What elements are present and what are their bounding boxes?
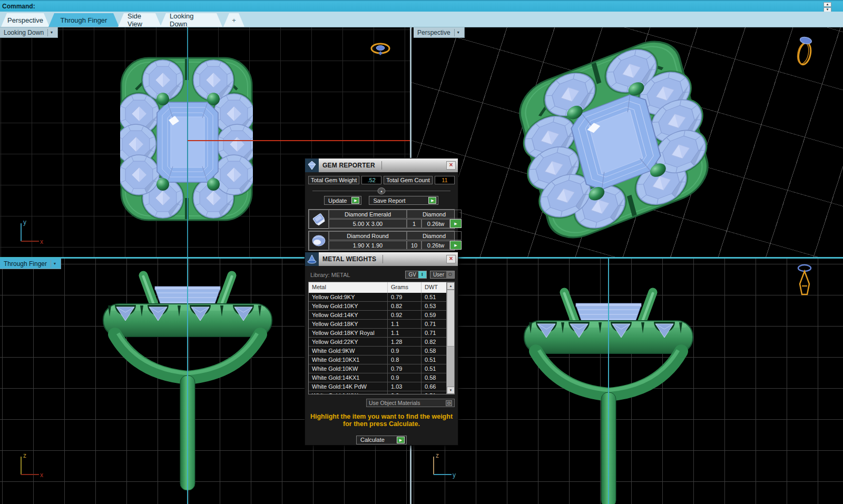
metal-table-header: Metal Grams DWT: [309, 282, 454, 293]
table-scrollbar[interactable]: ▲ ▼: [446, 282, 454, 394]
save-report-button[interactable]: Save Report ▶: [369, 196, 438, 205]
viewport-label-through-finger[interactable]: Through Finger ▼: [0, 259, 61, 269]
tab-through-finger[interactable]: Through Finger: [48, 13, 119, 27]
use-object-materials-toggle[interactable]: Use Object Materials O: [366, 399, 455, 407]
gem-size: 5.00 X 3.00: [329, 219, 407, 228]
column-grams: Grams: [388, 282, 422, 293]
axis-indicator-bottom-left: z x: [15, 450, 46, 480]
gem-reporter-panel: GEM REPORTER × Total Gem Weight .52 Tota…: [305, 158, 458, 252]
viewport-side[interactable]: z y: [411, 259, 843, 504]
total-gem-count-value: 11: [435, 176, 455, 184]
application-window: Command: ▲ ▼ Perspective Through Finger …: [0, 0, 843, 504]
viewport-label-perspective[interactable]: Perspective ▼: [414, 27, 465, 38]
metal-table-rows: Yellow Gold:9KY0.790.51 Yellow Gold:10KY…: [309, 293, 454, 394]
scroll-down-icon[interactable]: ▼: [447, 387, 455, 394]
viewport-tab-strip: Perspective Through Finger Side View Loo…: [0, 12, 843, 27]
axis-indicator-top-left: y x: [15, 217, 46, 246]
axis-indicator-bottom-right: z y: [427, 450, 459, 480]
ring-head-perspective-view: [411, 27, 843, 257]
tab-side-view[interactable]: Side View: [118, 13, 161, 27]
gem-row-play-button[interactable]: ▶: [450, 241, 462, 250]
svg-text:y: y: [453, 471, 456, 479]
library-label: Library: METAL: [310, 272, 350, 278]
calculate-play-icon: ▶: [397, 437, 405, 443]
metal-weights-panel: METAL WEIGHTS × Library: METAL GV I User…: [305, 252, 458, 446]
gem-size: 1.90 X 1.90: [329, 241, 407, 250]
ring-rail-icon-side: [795, 263, 814, 298]
metal-weights-titlebar[interactable]: METAL WEIGHTS ×: [305, 252, 458, 266]
metal-weights-icon: [305, 252, 319, 266]
svg-text:z: z: [23, 452, 26, 459]
ring-side-view: [411, 259, 843, 504]
command-bar[interactable]: Command: ▲ ▼: [0, 0, 843, 12]
table-row[interactable]: White Gold:9KW0.90.58: [309, 347, 454, 355]
command-history-scroll: ▲ ▼: [824, 2, 831, 12]
viewport-dropdown-icon[interactable]: ▼: [51, 260, 58, 268]
metal-table: Metal Grams DWT Yellow Gold:9KY0.790.51 …: [308, 282, 455, 394]
tab-new-viewport[interactable]: +: [223, 13, 244, 27]
gem-weight: 0.26tw: [422, 219, 450, 228]
table-row[interactable]: Yellow Gold:22KY1.280.82: [309, 338, 454, 347]
radio-icon: O: [446, 400, 452, 406]
command-scroll-up-button[interactable]: ▲: [824, 2, 831, 7]
table-row[interactable]: Yellow Gold:18KY1.10.71: [309, 320, 454, 329]
ring-rail-icon-perspective: [795, 34, 816, 70]
update-button[interactable]: Update ▶: [324, 196, 361, 205]
metal-weights-close-icon[interactable]: ×: [446, 255, 456, 263]
table-row[interactable]: Yellow Gold:10KY0.820.53: [309, 302, 454, 311]
table-row[interactable]: Yellow Gold:9KY0.790.51: [309, 293, 454, 302]
metal-weights-title: METAL WEIGHTS: [319, 255, 376, 263]
construction-line-vertical: [187, 259, 188, 504]
viewport-label-looking-down[interactable]: Looking Down ▼: [0, 27, 58, 38]
gem-name: Diamond Emerald: [329, 210, 407, 219]
total-gem-weight-label: Total Gem Weight: [308, 176, 359, 184]
instruction-text: Highlight the item you want to find the …: [305, 413, 458, 428]
user-toggle-state: O: [446, 271, 454, 278]
emerald-gem-icon: [309, 210, 329, 229]
scroll-up-icon[interactable]: ▲: [447, 282, 455, 290]
tab-perspective[interactable]: Perspective: [1, 13, 50, 27]
gem-reporter-titlebar[interactable]: GEM REPORTER ×: [305, 159, 458, 172]
svg-text:x: x: [40, 238, 43, 245]
gv-toggle-state: I: [418, 271, 426, 278]
gem-row-round[interactable]: Diamond Round Diamond 1.90 X 1.90 10 0.2…: [308, 231, 455, 251]
viewport-perspective[interactable]: Perspective ▼: [411, 27, 843, 257]
calculate-button[interactable]: Calculate ▶: [356, 436, 407, 444]
collapse-arrow-icon[interactable]: ▲: [378, 187, 386, 194]
round-gem-icon: [309, 231, 329, 250]
update-play-icon: ▶: [351, 197, 359, 204]
svg-text:x: x: [40, 471, 43, 479]
table-row[interactable]: White Gold:14KW0.90.51: [309, 391, 454, 394]
column-dwt: DWT: [422, 282, 449, 293]
user-toggle[interactable]: User O: [430, 271, 455, 279]
gem-count: 1: [407, 219, 422, 228]
gem-material: Diamond: [407, 210, 462, 219]
gem-material: Diamond: [407, 231, 462, 240]
total-gem-count-label: Total Gem Count: [384, 176, 433, 184]
x-axis-line: [188, 140, 410, 141]
viewport-dropdown-icon[interactable]: ▼: [47, 29, 55, 36]
table-row[interactable]: Yellow Gold:18KY Royal1.10.71: [309, 329, 454, 338]
gem-name: Diamond Round: [329, 231, 407, 240]
table-row[interactable]: White Gold:14KX10.90.58: [309, 373, 454, 382]
table-row[interactable]: White Gold:10KX10.80.51: [309, 355, 454, 364]
tab-looking-down[interactable]: Looking Down: [160, 13, 222, 27]
gem-reporter-close-icon[interactable]: ×: [446, 161, 456, 170]
gem-row-play-button[interactable]: ▶: [450, 219, 462, 228]
scrollbar-thumb[interactable]: [447, 290, 455, 347]
table-row[interactable]: White Gold:14K PdW1.030.66: [309, 382, 454, 391]
gem-totals-row: Total Gem Weight .52 Total Gem Count 11: [305, 172, 458, 186]
gem-row-emerald[interactable]: Diamond Emerald Diamond 5.00 X 3.00 1 0.…: [308, 209, 455, 229]
ring-rail-icon: [369, 41, 392, 56]
command-prompt-label: Command:: [0, 3, 35, 10]
gem-reporter-title: GEM REPORTER: [319, 162, 375, 169]
svg-text:z: z: [436, 452, 439, 459]
viewport-dropdown-icon[interactable]: ▼: [454, 29, 462, 36]
svg-text:y: y: [23, 219, 26, 226]
table-row[interactable]: Yellow Gold:14KY0.920.59: [309, 311, 454, 320]
gv-toggle[interactable]: GV I: [405, 271, 426, 279]
panel-collapse-widget[interactable]: ▲: [312, 187, 450, 194]
column-metal: Metal: [309, 282, 388, 293]
construction-line-vertical: [608, 259, 609, 504]
table-row[interactable]: White Gold:10KW0.790.51: [309, 364, 454, 373]
